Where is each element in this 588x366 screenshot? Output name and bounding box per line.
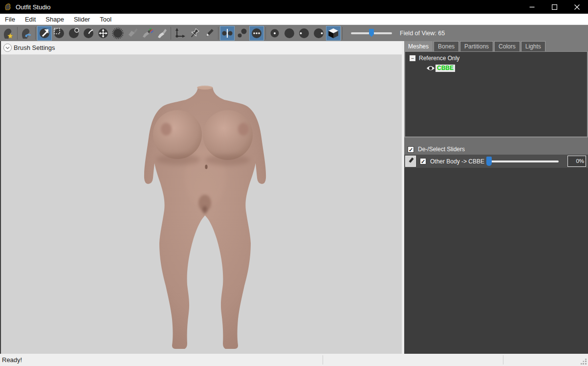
window-title: Outfit Studio [16, 3, 51, 11]
workspace: Brush Settings [0, 41, 588, 354]
menu-file[interactable]: File [0, 14, 20, 24]
fov-slider-thumb[interactable] [369, 29, 374, 37]
alpha-brush-button[interactable] [154, 26, 169, 41]
edit-connected-toggle[interactable] [235, 26, 249, 41]
transform-tool-button[interactable] [173, 26, 187, 41]
brush-settings-header[interactable]: Brush Settings [1, 41, 402, 55]
tree-root-row[interactable]: − Reference Only [410, 54, 587, 63]
tab-bones[interactable]: Bones [434, 41, 459, 51]
status-bar: Ready! [0, 354, 588, 366]
toolbar-separator [342, 27, 343, 40]
slider-checkbox[interactable]: ✓ [420, 158, 426, 164]
brush-circle-right-dot-icon [312, 27, 325, 40]
status-divider [503, 355, 503, 365]
deselect-sliders-checkbox[interactable]: ✓ [408, 146, 414, 153]
menu-slider[interactable]: Slider [69, 14, 95, 24]
x-mirror-toggle[interactable] [220, 26, 235, 41]
close-button[interactable] [566, 0, 588, 14]
menu-tool[interactable]: Tool [95, 14, 116, 24]
minimize-button[interactable] [521, 0, 543, 14]
pen-icon [203, 27, 216, 40]
tab-lights[interactable]: Lights [521, 41, 545, 51]
global-brush-collision-icon [250, 27, 263, 40]
brush-circle-center-dot-icon [268, 27, 281, 40]
chevron-down-icon[interactable] [3, 44, 12, 52]
global-brush-collision-toggle[interactable] [249, 26, 264, 41]
menu-bar: File Edit Shape Slider Tool [0, 14, 588, 25]
slider-row: ✓ Other Body -> CBBE 0% [404, 155, 588, 168]
close-icon [574, 4, 580, 10]
select-tool-icon [38, 27, 51, 40]
toolbar: Field of View: 65 [0, 25, 588, 41]
body-model [1, 55, 402, 354]
tree-root-label[interactable]: Reference Only [419, 55, 459, 62]
deflate-brush-icon [82, 27, 95, 40]
brush-circle-center-dot-button[interactable] [267, 26, 282, 41]
deselect-sliders-label: De-/Select Sliders [418, 146, 465, 153]
brush-circle-filled-button[interactable] [282, 26, 297, 41]
mesh-item-cbbe[interactable]: CBBE [436, 65, 455, 72]
smooth-brush-icon [111, 27, 124, 40]
transform-tool-icon [174, 27, 186, 40]
mesh-tree: − Reference Only CBBE [404, 51, 588, 137]
vertex-edit-button[interactable] [202, 26, 217, 41]
outfit-studio-window: Outfit Studio File Edit Shape Slider Too… [0, 0, 588, 366]
visibility-eye-icon[interactable] [426, 65, 435, 71]
tab-colors[interactable]: Colors [494, 41, 520, 51]
brush-circle-left-dot-button[interactable] [297, 26, 311, 41]
resize-grip[interactable] [581, 359, 587, 365]
tree-collapse-toggle[interactable]: − [410, 55, 415, 61]
app-logo-icon [4, 3, 12, 11]
title-bar: Outfit Studio [0, 0, 588, 14]
inflate-brush-icon [67, 27, 80, 40]
menu-edit[interactable]: Edit [20, 14, 41, 24]
slider-edit-button[interactable] [405, 156, 416, 167]
mask-brush-button[interactable] [52, 26, 66, 41]
maximize-button[interactable] [543, 0, 566, 14]
status-text: Ready! [2, 356, 22, 364]
sliders-empty-area [404, 168, 588, 354]
connected-vertices-icon [236, 27, 248, 40]
smooth-brush-button[interactable] [110, 26, 125, 41]
perspective-toggle[interactable] [326, 26, 341, 41]
menu-shape[interactable]: Shape [41, 14, 69, 24]
slider-value[interactable]: 0% [567, 156, 586, 167]
toolbar-separator [218, 27, 218, 40]
maximize-icon [552, 4, 557, 10]
inflate-brush-button[interactable] [66, 26, 81, 41]
pin-tool-button[interactable] [187, 26, 202, 41]
undiff-brush-button[interactable] [125, 26, 140, 41]
mask-brush-icon [53, 27, 65, 40]
color-brush-button[interactable] [140, 26, 154, 41]
color-brush-icon [141, 27, 153, 40]
tab-partitions[interactable]: Partitions [460, 41, 493, 51]
load-project-button[interactable] [19, 26, 34, 41]
move-brush-icon [97, 27, 109, 40]
cube-icon [327, 27, 340, 40]
minimize-icon [529, 4, 535, 10]
move-brush-button[interactable] [96, 26, 110, 41]
tab-meshes[interactable]: Meshes [404, 41, 433, 51]
right-panel: Meshes Bones Partitions Colors Lights − … [404, 41, 588, 354]
brush-circle-left-dot-icon [298, 27, 310, 40]
viewport-3d[interactable] [1, 55, 402, 354]
pin-tool-icon [188, 27, 201, 40]
alpha-brush-icon [155, 27, 168, 40]
x-mirror-icon [221, 27, 234, 40]
fov-slider[interactable] [351, 29, 392, 38]
window-controls [521, 0, 588, 14]
select-tool-button[interactable] [37, 26, 52, 41]
mesh-item-row[interactable]: CBBE [426, 64, 587, 72]
fov-label: Field of View: 65 [400, 30, 445, 37]
brush-circle-right-dot-button[interactable] [311, 26, 326, 41]
panel-tabs: Meshes Bones Partitions Colors Lights [404, 41, 588, 51]
new-project-button[interactable] [1, 26, 16, 41]
brush-circle-filled-icon [283, 27, 296, 40]
slider-thumb[interactable] [486, 157, 492, 166]
load-project-icon [20, 27, 33, 40]
deflate-brush-button[interactable] [81, 26, 96, 41]
status-divider [323, 355, 323, 365]
undiff-brush-icon [126, 27, 139, 40]
slider-track[interactable] [486, 160, 559, 162]
toolbar-separator [17, 27, 18, 40]
